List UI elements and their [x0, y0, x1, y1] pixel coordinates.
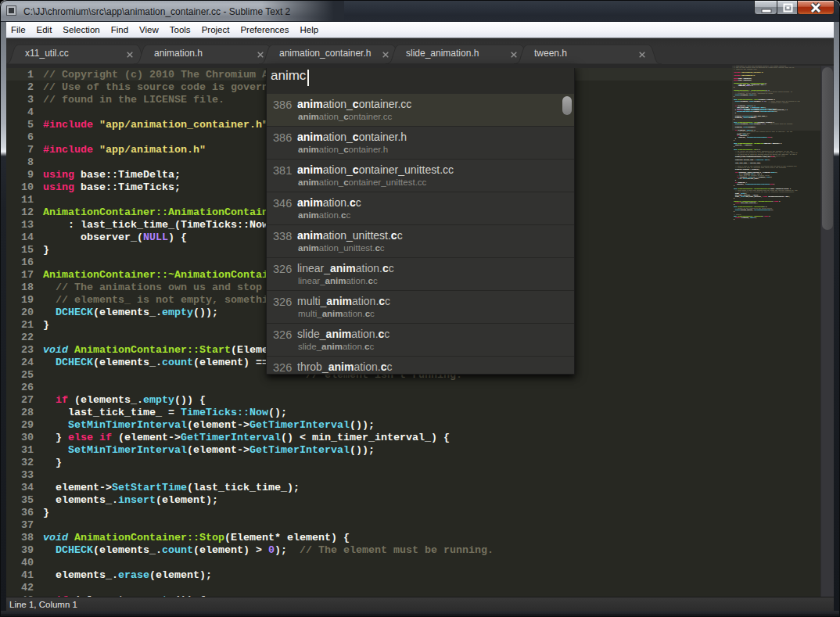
svg-text:animation_container.h: animation_container.h — [279, 48, 371, 59]
svg-text:animation.h: animation.h — [154, 48, 203, 59]
svg-text:x11_util.cc: x11_util.cc — [25, 48, 69, 59]
svg-text:slide_animation.h: slide_animation.h — [406, 48, 479, 59]
svg-text:tween.h: tween.h — [534, 48, 567, 59]
